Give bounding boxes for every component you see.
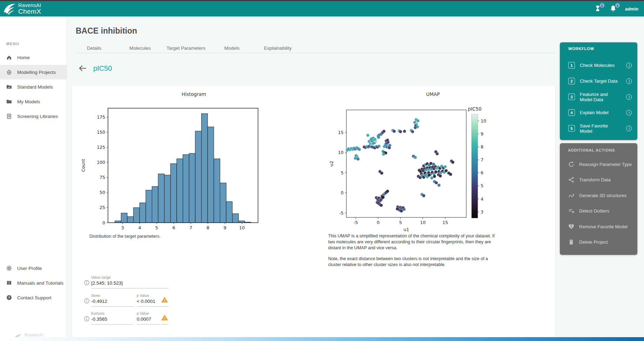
back-arrow-icon: [78, 65, 87, 72]
umap-chart: -5051015-5051015UMAPu1u2109876543pIC50: [322, 88, 511, 235]
svg-text:★: ★: [8, 86, 10, 89]
info-icon[interactable]: i: [626, 78, 632, 84]
tab-molecules[interactable]: Molecules: [117, 43, 163, 53]
sidebar-item-label: My Models: [17, 99, 40, 104]
svg-text:15: 15: [442, 220, 448, 225]
step-number-badge: 3: [568, 93, 575, 100]
svg-text:9: 9: [224, 225, 226, 230]
action-generate-3d-structures[interactable]: Generate 3D structures: [568, 190, 632, 200]
info-icon[interactable]: [84, 316, 89, 323]
outliers-icon: [568, 208, 575, 214]
info-icon[interactable]: i: [626, 63, 632, 68]
tab-target-parameters[interactable]: Target Parameters: [163, 43, 209, 53]
step-number-badge: 2: [568, 78, 575, 84]
molecule-3d-icon: [568, 192, 575, 199]
tab-models[interactable]: Models: [209, 43, 255, 53]
notifications-button[interactable]: 1: [610, 5, 617, 13]
page-title: BACE inhibition: [76, 26, 137, 36]
action-transform-data[interactable]: Transform Data: [568, 175, 632, 185]
umap-description-p1: This UMAP is a simplified representation…: [328, 233, 501, 251]
sidebar-item-home[interactable]: Home: [0, 50, 67, 65]
sidebar-item-label: Modelling Projects: [17, 70, 56, 75]
parameter-title: pIC50: [93, 64, 112, 72]
workflow-header: WORKFLOW: [568, 47, 632, 52]
tab-details[interactable]: Details: [71, 43, 117, 53]
svg-text:5: 5: [341, 170, 344, 175]
svg-text:0: 0: [377, 220, 380, 225]
svg-text:100: 100: [97, 160, 105, 165]
top-bar: RavensAI ChemX 1 1 admin: [0, 1, 644, 16]
histogram-chart: 3456789100255075100125150175HistogramCou…: [80, 88, 269, 238]
tab-divider: [76, 53, 555, 53]
additional-actions-panel: ADDITIONAL ACTIONS Reassign Parameter Ty…: [560, 143, 637, 255]
svg-text:6: 6: [172, 225, 175, 230]
sidebar-item-screening-libraries[interactable]: Screening Libraries: [0, 109, 67, 124]
action-detect-outliers[interactable]: Detect Outliers: [568, 206, 632, 216]
svg-text:10: 10: [481, 118, 486, 124]
svg-text:UMAP: UMAP: [426, 91, 440, 97]
sidebar-item-contact-support[interactable]: ? Contact Support: [0, 290, 67, 305]
sidebar-item-modelling-projects[interactable]: Modelling Projects: [0, 65, 67, 79]
value-range-label: Value range: [91, 275, 169, 279]
screening-libraries-icon: [6, 113, 12, 119]
svg-text:u2: u2: [329, 161, 334, 167]
svg-text:5: 5: [481, 183, 483, 188]
back-button[interactable]: [78, 64, 87, 73]
home-icon: [6, 54, 12, 61]
warning-triangle-icon: [161, 297, 168, 304]
svg-text:Histogram: Histogram: [182, 91, 206, 97]
svg-text:75: 75: [100, 175, 105, 180]
my-models-icon: [6, 98, 12, 105]
pending-jobs-button[interactable]: 1: [594, 5, 602, 13]
additional-actions-header: ADDITIONAL ACTIONS: [568, 148, 632, 154]
book-icon: [6, 280, 12, 286]
workflow-step-save-favorite-model[interactable]: 5 Save Favorite Model i: [568, 124, 632, 133]
info-icon[interactable]: [84, 298, 89, 305]
sidebar-item-my-models[interactable]: My Models: [0, 94, 67, 109]
bottom-gradient-bar: [0, 337, 644, 341]
svg-text:0: 0: [102, 220, 105, 225]
svg-text:?: ?: [8, 295, 10, 299]
svg-text:150: 150: [97, 130, 105, 135]
svg-text:50: 50: [100, 190, 105, 195]
sidebar-item-manuals[interactable]: Manuals and Tutorials: [0, 276, 67, 290]
window-top-edge: [0, 0, 644, 1]
sidebar-item-user-profile[interactable]: User Profile: [0, 261, 67, 276]
brand-text: RavensAI ChemX: [18, 3, 41, 15]
svg-text:u1: u1: [404, 227, 409, 232]
step-number-badge: 4: [568, 109, 575, 116]
user-menu[interactable]: admin: [625, 6, 638, 12]
info-icon[interactable]: i: [626, 110, 632, 116]
sidebar-item-standard-models[interactable]: ★ Standard Models: [0, 79, 67, 94]
tab-explainability[interactable]: Explainability: [255, 43, 301, 53]
menu-section-label: MENU: [6, 42, 19, 46]
svg-text:pIC50: pIC50: [468, 106, 481, 112]
info-icon[interactable]: i: [626, 126, 632, 131]
svg-text:9: 9: [481, 131, 483, 137]
svg-text:15: 15: [338, 130, 344, 135]
gear-icon: [6, 265, 12, 271]
svg-text:0: 0: [341, 190, 344, 195]
svg-text:8: 8: [481, 144, 483, 149]
workflow-step-check-target-data[interactable]: 2 Check Target Data i: [568, 76, 632, 86]
sidebar-item-label: Manuals and Tutorials: [17, 280, 63, 286]
umap-description: This UMAP is a simplified representation…: [328, 233, 501, 273]
info-icon[interactable]: [84, 280, 89, 287]
action-delete-project[interactable]: Delete Project: [568, 237, 632, 247]
svg-text:8: 8: [206, 225, 209, 230]
action-remove-favorite-model[interactable]: Remove Favorite Model: [568, 222, 632, 231]
step-number-badge: 5: [568, 125, 575, 132]
histogram-caption: Distribution of the target parameters.: [89, 234, 161, 239]
brand-logo[interactable]: RavensAI ChemX: [3, 2, 41, 16]
workflow-step-featurize-model-data[interactable]: 3 Featurize and Model Data i: [568, 92, 632, 102]
brand-line1: RavensAI: [18, 3, 41, 8]
kurtosis-value: -0.3565: [91, 316, 134, 322]
value-range-value: [2.545; 10.523]: [91, 280, 169, 286]
svg-text:5: 5: [399, 220, 402, 225]
info-icon[interactable]: i: [626, 94, 632, 100]
sidebar-item-label: Home: [17, 55, 30, 60]
action-reassign-parameter-type[interactable]: Reassign Parameter Type: [568, 159, 632, 169]
footer-brand-line1: RavensAI: [25, 333, 43, 337]
workflow-step-explain-model[interactable]: 4 Explain Model i: [568, 108, 632, 117]
workflow-step-check-molecules[interactable]: 1 Check Molecules i: [568, 61, 632, 70]
